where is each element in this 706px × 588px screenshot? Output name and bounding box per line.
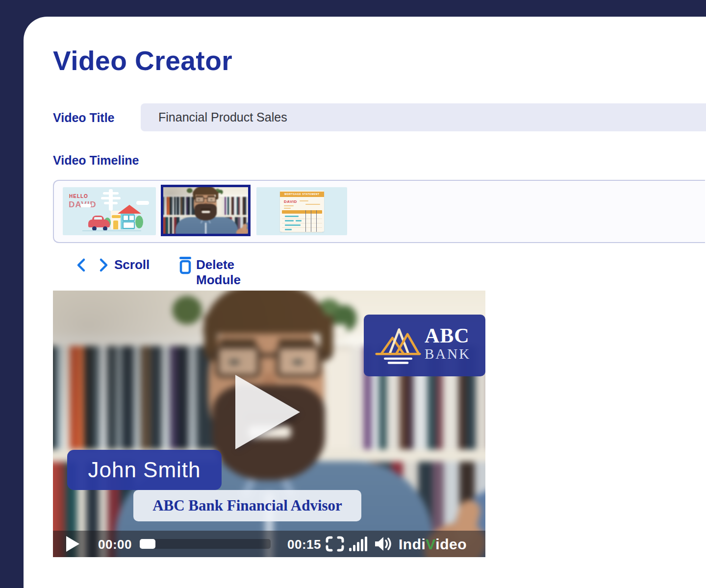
badge-line2: BANK [425, 346, 471, 362]
document-sheet: MORTGAGE STATEMENT DAVID [280, 191, 324, 232]
scroll-label: Scroll [114, 257, 150, 272]
cloud [136, 201, 149, 205]
video-title-label: Video Title [53, 111, 115, 125]
progress-handle[interactable] [140, 539, 155, 549]
mute-button[interactable] [374, 536, 392, 554]
scroll-left-button[interactable] [75, 258, 88, 272]
document-name: DAVID [284, 199, 297, 204]
video-player: ABC BANK John Smith ABC Bank Financial A… [53, 291, 485, 557]
fullscreen-icon [325, 536, 345, 552]
play-button[interactable] [66, 536, 79, 552]
house-window [128, 215, 135, 221]
ground-line [82, 230, 141, 231]
chevron-right-icon [97, 258, 110, 272]
house-door [113, 220, 118, 229]
house-roof [118, 205, 141, 214]
speaker-icon [374, 536, 392, 552]
trash-icon [178, 256, 193, 274]
bush [135, 216, 143, 228]
page-title: Video Creator [53, 45, 232, 76]
abc-bank-badge: ABC BANK [364, 315, 485, 376]
fullscreen-button[interactable] [325, 536, 345, 554]
abc-bank-wordmark: ABC BANK [425, 325, 471, 362]
scroll-right-button[interactable] [97, 258, 110, 272]
play-overlay-button[interactable] [235, 375, 300, 449]
video-title-input[interactable] [141, 103, 706, 131]
delete-module-button[interactable] [178, 256, 193, 274]
app-background: Video Creator Video Title Video Timeline… [0, 0, 706, 588]
house-awning [112, 215, 121, 218]
advisor-photo-mini [163, 187, 248, 234]
chevron-left-icon [75, 258, 88, 272]
brand-v: V [426, 536, 435, 552]
volume-level-button[interactable] [349, 537, 368, 551]
individeo-logo: IndiVideo [399, 536, 467, 553]
cloud [80, 204, 91, 207]
timeline-strip: HELLO DAVID [53, 180, 705, 243]
mountain-logo-icon [375, 323, 422, 369]
thumb-hello-text: HELLO [69, 194, 88, 199]
timeline-thumbnail-mortgage-statement[interactable]: MORTGAGE STATEMENT DAVID [256, 187, 347, 235]
car-body [88, 220, 110, 227]
document-header: MORTGAGE STATEMENT [280, 192, 324, 197]
timeline-thumbnail-advisor-video-selected[interactable] [161, 185, 251, 236]
current-time: 00:00 [98, 537, 132, 552]
duration-time: 00:15 [287, 537, 321, 552]
subtitle-banner: ABC Bank Financial Advisor [133, 490, 361, 521]
video-creator-panel: Video Creator Video Title Video Timeline… [24, 17, 706, 588]
progress-track[interactable] [140, 539, 271, 549]
badge-line1: ABC [425, 325, 471, 346]
advisor-video-preview [163, 187, 248, 234]
timeline-thumbnail-greeting[interactable]: HELLO DAVID [63, 187, 156, 235]
brand-post: ideo [435, 536, 467, 552]
video-timeline-label: Video Timeline [53, 153, 139, 168]
brand-pre: Indi [399, 536, 426, 552]
player-control-bar: 00:00 00:15 [53, 531, 485, 557]
delete-module-label[interactable]: Delete Module [196, 257, 241, 288]
house-window [123, 221, 135, 229]
name-tag: John Smith [67, 450, 222, 490]
